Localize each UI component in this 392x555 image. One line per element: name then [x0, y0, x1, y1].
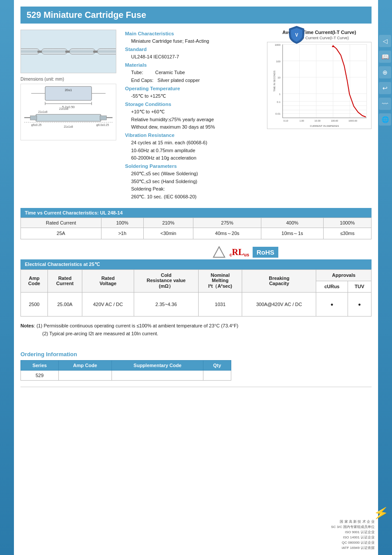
elec-data-row: 2500 25.00A 420V AC / DC 2.35~4.36 1031 … [21, 292, 372, 316]
elec-td-rated-current: 25.00A [47, 292, 82, 316]
svg-text:φ6.0±0.25: φ6.0±0.25 [96, 123, 109, 127]
tvc-data-1: >1h [101, 228, 143, 239]
dimensions-label: Dimensions (unit: mm) [20, 77, 116, 82]
elec-td-tuv: ● [348, 292, 371, 316]
fuse-row [20, 47, 116, 56]
ordering-title: Ordering Information [20, 351, 372, 358]
top-section: Dimensions (unit: mm) 20±1 5.2±0.50 [20, 30, 372, 201]
ordering-td-series: 529 [21, 371, 59, 381]
ordering-td-amp-code [58, 371, 112, 381]
notes-label: Notes [20, 323, 34, 328]
tvc-col-3: 275% [193, 218, 261, 228]
footer-line4: ISO 14001 认证企业 [331, 535, 375, 540]
svg-text:10: 10 [277, 76, 280, 79]
nav-icon-1[interactable]: ◁ [379, 35, 391, 47]
fuse-image [20, 30, 116, 73]
right-icon-list: ◁ 📖 ⊕ ↩ 〰 🌐 [378, 35, 392, 126]
elec-header: Electrical Characteristics at 25℃ [20, 259, 372, 269]
footer: 国 家 高 新 技 术 企 业 SC 3/C 国内专家组成员单位 ISO 900… [331, 519, 375, 551]
nav-icon-6[interactable]: 🌐 [379, 113, 391, 126]
left-decorative-bar [0, 0, 14, 555]
elec-table: AmpCode RatedCurrent RatedVoltage ColdRe… [20, 269, 372, 317]
elec-th-currus: cURus [316, 281, 348, 292]
nav-icon-3[interactable]: ⊕ [379, 66, 391, 78]
svg-text:φ5±0.25: φ5±0.25 [31, 123, 42, 127]
elec-th-approvals: Approvals [316, 269, 372, 281]
svg-text:1000.00: 1000.00 [348, 119, 357, 122]
elec-section: Electrical Characteristics at 25℃ AmpCod… [20, 259, 372, 317]
tvc-data-4: 10ms～1s [261, 228, 324, 239]
ordering-td-qty [203, 371, 231, 381]
footer-line2: SC 3/C 国内专家组成员单位 [331, 524, 375, 530]
svg-text:100.00: 100.00 [331, 119, 338, 122]
svg-rect-9 [36, 114, 101, 121]
tvc-section: Time vs Current Characteristics: UL 248-… [20, 208, 372, 239]
elec-td-cold-resistance: 2.35~4.36 [134, 292, 198, 316]
op-temp-value: -55℃ to +125℃ [125, 92, 258, 100]
elec-td-nominal-melting: 1031 [198, 292, 242, 316]
logo-shield: V [288, 25, 305, 46]
footer-line5: QC 080000 认证企业 [331, 540, 375, 545]
soldering-2: 350℃,≤3 sec (Hand Soldering) [125, 178, 258, 186]
notes-note2: (2) Typical pre-arcing I2t are measured … [20, 331, 158, 336]
endcaps-label: End Caps: [131, 78, 153, 83]
tvc-data-0: 25A [21, 228, 101, 239]
tvc-header-row: Rated Current 100% 210% 275% 400% 1000% [21, 218, 372, 228]
chart-subtitle: Average Current Curve(I-T Curve) [267, 36, 372, 40]
ordering-td-supp-code [112, 371, 203, 381]
footer-line1: 国 家 高 新 技 术 企 业 [331, 519, 375, 524]
svg-text:0.10: 0.10 [284, 119, 288, 122]
fuse-3 [69, 48, 95, 54]
ordering-data-row: 529 [21, 371, 231, 381]
elec-th-cold-resistance: ColdResistance value(mΩ） [134, 269, 198, 292]
storage-humidity: Relative humidity:≤75% yearly average [125, 116, 258, 124]
svg-text:20±1: 20±1 [65, 88, 72, 92]
footer-line3: ISO 9001 认证企业 [331, 530, 375, 535]
ordering-th-series: Series [21, 361, 59, 371]
svg-text:CURRENT IN AMPERES: CURRENT IN AMPERES [310, 125, 339, 127]
fuse-1 [20, 48, 40, 54]
svg-text:0.1: 0.1 [277, 101, 281, 103]
materials-title: Materials [125, 61, 258, 69]
nav-icon-2[interactable]: 📖 [379, 51, 391, 63]
cert-triangle-icon [212, 245, 226, 259]
storage-title: Storage Conditions [125, 100, 258, 108]
tvc-col-2: 210% [143, 218, 193, 228]
svg-text:TIME IN SECONDS: TIME IN SECONDS [273, 71, 276, 92]
ordering-th-qty: Qty [203, 361, 231, 371]
endcaps-value: Silver plated copper [158, 78, 200, 83]
soldering-3: Soldering Peak: [125, 185, 258, 193]
elec-td-currus: ● [316, 292, 348, 316]
vibration-title: Vibration Resistance [125, 131, 258, 139]
tvc-data-2: <30min [143, 228, 193, 239]
standard-value: UL248-14 IEC60127-7 [125, 53, 258, 61]
vibration-3: 60-2000Hz at 10g acceleration [125, 154, 258, 162]
svg-text:1: 1 [279, 93, 281, 95]
soldering-4: 260℃. 10 sec. (IEC 60068-20) [125, 193, 258, 201]
elec-th-tuv: TUV [348, 281, 371, 292]
middle-column: Main Characteristics Miniature Cartridge… [125, 30, 258, 201]
svg-text:100: 100 [276, 60, 281, 63]
cert-ul-logo: c R L us [230, 247, 249, 257]
nav-icon-5[interactable]: 〰 [379, 98, 391, 110]
soldering-1: 260℃,≤5 sec (Wave Soldering) [125, 170, 258, 178]
svg-text:0.01: 0.01 [275, 112, 280, 115]
svg-text:1000: 1000 [275, 44, 281, 46]
ordering-th-supp-code: Supplementary Code [112, 361, 203, 371]
page-title: 529 Miniature Cartridge Fuse [27, 10, 365, 20]
nav-icon-4[interactable]: ↩ [379, 82, 391, 94]
tvc-data-5: ≤30ms [323, 228, 371, 239]
dimension-diagram: 20±1 5.2±0.50 21±1±8 21±1±8 [20, 84, 116, 140]
elec-th-breaking-capacity: BreakingCapacity [242, 269, 316, 292]
tvc-col-0: Rated Current [21, 218, 101, 228]
fuse-2 [41, 48, 68, 54]
svg-rect-11 [100, 116, 107, 120]
tube-label: Tube: [131, 70, 143, 75]
bottom-divider [20, 387, 372, 387]
chart-container: 1000 100 10 1 0.1 0.01 0.10 1.00 10.00 1… [267, 42, 372, 129]
elec-td-rated-voltage: 420V AC / DC [82, 292, 134, 316]
op-temp-title: Operating Temperature [125, 85, 258, 92]
notes-note1: : (1) Permissible continuous operating c… [34, 323, 239, 328]
tube-row: Tube: Ceramic Tube [125, 69, 258, 77]
ordering-th-amp-code: Amp Code [58, 361, 112, 371]
